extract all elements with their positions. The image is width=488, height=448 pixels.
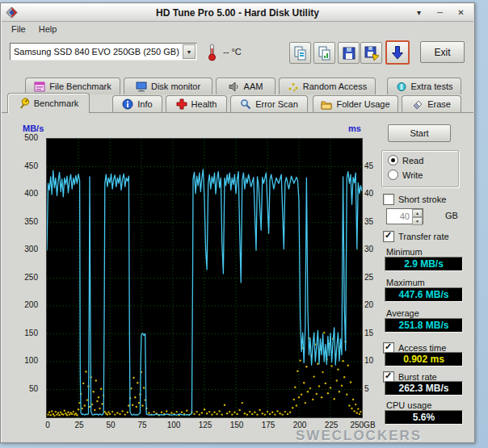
tab-erase[interactable]: Erase bbox=[402, 95, 461, 112]
tab-label: Error Scan bbox=[255, 99, 298, 109]
close-button[interactable]: ✕ bbox=[454, 6, 468, 19]
drive-select[interactable]: Samsung SSD 840 EVO 250GB (250 GB) ▼ bbox=[10, 43, 197, 61]
tab-aam[interactable]: AAM bbox=[216, 77, 276, 94]
tab-folder-usage[interactable]: Folder Usage bbox=[313, 95, 398, 112]
save-screenshot-button[interactable] bbox=[360, 42, 382, 64]
temperature-value: -- °C bbox=[223, 47, 242, 57]
drive-select-value: Samsung SSD 840 EVO 250GB (250 GB) bbox=[11, 47, 183, 57]
benchmark-icon bbox=[19, 98, 30, 109]
spin-up-button[interactable]: ▲ bbox=[412, 209, 423, 217]
checkmark-icon: ✓ bbox=[385, 341, 392, 351]
read-radio[interactable] bbox=[388, 155, 398, 165]
axis-tick-label: 100 bbox=[158, 421, 190, 429]
transfer-rate-label: Transfer rate bbox=[398, 232, 449, 241]
axis-tick-label: 200 bbox=[2, 300, 43, 309]
tab-health[interactable]: Health bbox=[166, 95, 227, 112]
tab-error-scan[interactable]: Error Scan bbox=[230, 95, 308, 112]
tab-label: Random Access bbox=[303, 82, 367, 91]
axis-tick-label: 150 bbox=[221, 421, 253, 429]
maximum-label: Maximum bbox=[386, 278, 425, 287]
axis-tick-label: 500 bbox=[2, 133, 43, 142]
titlebar: HD Tune Pro 5.00 - Hard Disk Utility ▾ ─… bbox=[2, 4, 473, 22]
checkmark-icon: ✓ bbox=[385, 371, 392, 380]
exit-button[interactable]: Exit bbox=[420, 41, 465, 63]
download-arrow-icon bbox=[389, 44, 406, 61]
health-cross-icon bbox=[176, 98, 187, 110]
hd-tune-window: HD Tune Pro 5.00 - Hard Disk Utility ▾ ─… bbox=[0, 2, 475, 443]
axis-tick-label: 300 bbox=[2, 245, 43, 253]
spin-down-button[interactable]: ▼ bbox=[412, 217, 423, 225]
axis-tick-label: 150 bbox=[2, 329, 43, 337]
speaker-icon bbox=[229, 82, 240, 92]
minimum-label: Minimum bbox=[386, 247, 423, 257]
benchmark-chart: MB/s ms 50045040035030025020015010050454… bbox=[2, 113, 377, 442]
short-stroke-unit-label: GB bbox=[445, 211, 458, 220]
minimize-button[interactable]: ─ bbox=[433, 6, 447, 19]
axis-tick-label: 250 bbox=[2, 273, 43, 282]
right-axis-unit-label: ms bbox=[339, 124, 361, 133]
extra-tests-icon bbox=[396, 82, 407, 92]
read-label: Read bbox=[402, 156, 423, 165]
axis-tick-label: 125 bbox=[189, 421, 221, 429]
tab-label: AAM bbox=[244, 82, 263, 91]
average-value: 251.8 MB/s bbox=[385, 318, 463, 333]
cpu-usage-label: CPU usage bbox=[386, 400, 431, 410]
axis-tick-label: 450 bbox=[2, 161, 43, 170]
disk-monitor-icon bbox=[136, 82, 147, 92]
axis-tick-label: 400 bbox=[2, 189, 43, 198]
write-radio[interactable] bbox=[388, 170, 398, 180]
window-title: HD Tune Pro 5.00 - Hard Disk Utility bbox=[2, 7, 473, 19]
tab-label: File Benchmark bbox=[49, 82, 111, 91]
tab-label: Info bbox=[137, 99, 152, 109]
floppy-chart-icon bbox=[364, 45, 380, 61]
tab-label: Erase bbox=[427, 99, 451, 109]
chart-plot-area bbox=[46, 138, 363, 418]
copy-pages-icon bbox=[292, 45, 309, 61]
axis-tick-label: 75 bbox=[126, 421, 158, 429]
minimum-value: 2.9 MB/s bbox=[385, 257, 463, 271]
shade-button[interactable]: ▾ bbox=[412, 6, 426, 19]
tab-label: Folder Usage bbox=[336, 99, 389, 109]
menu-help[interactable]: Help bbox=[32, 23, 64, 36]
short-stroke-size-value: 40 bbox=[387, 209, 412, 224]
short-stroke-size-input[interactable]: 40 ▲ ▼ bbox=[386, 208, 423, 224]
transfer-rate-checkbox[interactable]: ✓ bbox=[383, 231, 394, 242]
tab-extra-tests[interactable]: Extra tests bbox=[387, 77, 461, 94]
thermometer-icon bbox=[207, 44, 217, 61]
start-button[interactable]: Start bbox=[388, 124, 451, 142]
copy-screenshot-button[interactable] bbox=[313, 42, 335, 64]
watermark: SWECLOCKERS bbox=[296, 428, 422, 444]
tab-label: Extra tests bbox=[411, 82, 453, 91]
file-benchmark-icon bbox=[34, 82, 45, 92]
average-label: Average bbox=[386, 308, 419, 318]
eraser-icon bbox=[412, 98, 423, 110]
save-results-button[interactable] bbox=[338, 42, 360, 64]
app-icon[interactable] bbox=[6, 6, 18, 19]
short-stroke-checkbox[interactable] bbox=[383, 194, 394, 205]
tab-random-access[interactable]: Random Access bbox=[279, 77, 376, 94]
benchmark-control-panel: Start Read Write Short stroke 40 ▲ ▼ bbox=[377, 113, 474, 442]
tab-info[interactable]: Info bbox=[112, 95, 162, 112]
toolbar: Samsung SSD 840 EVO 250GB (250 GB) ▼ -- … bbox=[2, 36, 473, 73]
random-access-icon bbox=[288, 82, 299, 92]
copy-results-button[interactable] bbox=[289, 42, 311, 64]
floppy-disk-icon bbox=[341, 45, 357, 61]
screen-capture-button[interactable] bbox=[385, 40, 410, 65]
dropdown-arrow-icon[interactable]: ▼ bbox=[183, 44, 196, 59]
tab-file-benchmark[interactable]: File Benchmark bbox=[25, 77, 120, 94]
left-axis-unit-label: MB/s bbox=[23, 124, 44, 133]
tab-label: Benchmark bbox=[34, 98, 79, 108]
maximum-value: 447.6 MB/s bbox=[385, 287, 463, 302]
axis-tick-label: 100 bbox=[2, 356, 43, 365]
tab-disk-monitor[interactable]: Disk monitor bbox=[124, 77, 212, 94]
info-icon bbox=[122, 98, 133, 110]
cpu-usage-value: 5.6% bbox=[385, 410, 463, 425]
magnifier-icon bbox=[240, 98, 251, 110]
axis-tick-label: 0 bbox=[32, 421, 64, 429]
menubar: File Help bbox=[2, 22, 473, 36]
menu-file[interactable]: File bbox=[5, 23, 32, 36]
folder-icon bbox=[321, 99, 332, 110]
tab-label: Health bbox=[191, 99, 217, 109]
write-label: Write bbox=[402, 170, 423, 180]
tab-benchmark[interactable]: Benchmark bbox=[7, 93, 90, 113]
